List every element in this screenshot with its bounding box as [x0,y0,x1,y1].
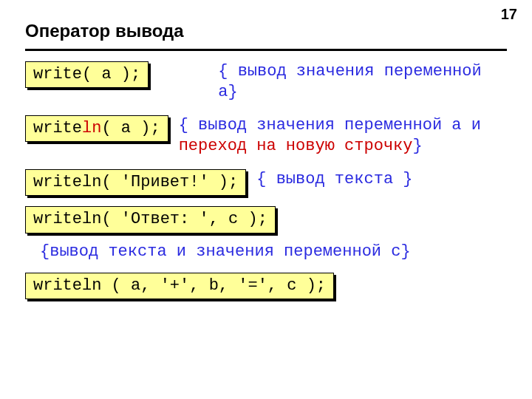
comment-open: { [256,170,276,188]
code-comment: { вывод значения переменной a и переход … [179,115,507,156]
example-row: writeln( 'Привет!' ); { вывод текста } [25,169,507,196]
code-pre: write [33,119,82,137]
example-row: write( a ); { вывод значения переменной … [25,61,507,102]
title-rule [25,49,507,51]
code-pre: writeln( 'Привет!' ); [33,173,238,191]
comment-highlight: переход на новую строчку [179,137,413,155]
code-comment: { вывод значения переменной a} [159,61,507,102]
code-pre: writeln( 'Ответ: ', c ); [33,210,267,228]
comment-body: вывод текста [276,170,403,188]
code-box: writeln( a ); [25,115,168,142]
comment-body: вывод значения переменной a [218,62,491,101]
comment-open: { [179,116,198,134]
example-row: writeln( 'Ответ: ', c ); [25,206,507,233]
comment-close: } [403,170,412,188]
content-area: write( a ); { вывод значения переменной … [0,61,532,299]
code-post: ( a ); [101,119,160,137]
example-row: writeln( a ); { вывод значения переменно… [25,115,507,156]
code-comment: { вывод текста } [256,169,507,190]
code-box: writeln( 'Привет!' ); [25,169,246,196]
page-number: 17 [501,6,517,23]
page-title: Оператор вывода [0,0,532,44]
code-box: write( a ); [25,61,149,88]
comment-close: } [228,83,237,101]
example-row: writeln ( a, '+', b, '=', c ); [25,273,507,299]
comment-body: вывод значения переменной a и [198,116,491,134]
code-ln: ln [82,119,101,137]
standalone-comment: {вывод текста и значения переменной c} [40,242,507,261]
comment-open: { [218,62,237,81]
code-box: writeln ( a, '+', b, '=', c ); [25,273,334,299]
code-pre: write( a ); [33,65,140,83]
code-box: writeln( 'Ответ: ', c ); [25,206,276,233]
comment-close: } [413,137,423,155]
